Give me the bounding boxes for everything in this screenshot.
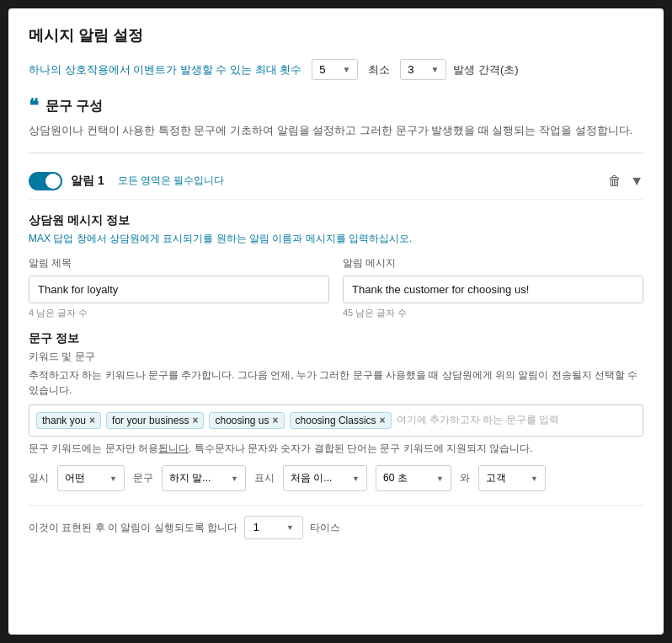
tag-thank-you: thank you ×: [36, 412, 101, 429]
alert-message-label: 알림 메시지: [343, 256, 643, 271]
times-label: 타이스: [310, 521, 340, 535]
page-title: 메시지 알림 설정: [29, 25, 643, 46]
keyword-desc: 추적하고자 하는 키워드나 문구를 추가합니다. 그다음 언제, 누가 그러한 …: [29, 367, 643, 398]
execute-select[interactable]: 1 ▼: [244, 516, 303, 539]
execute-label: 이것이 표현된 후 이 알림이 실행되도록 합니다: [29, 521, 237, 535]
who-select[interactable]: 고객 ▼: [478, 465, 546, 491]
tag-choosing-us-close[interactable]: ×: [273, 415, 279, 426]
max-select[interactable]: 5 ▼: [312, 59, 358, 80]
when-label: 일시: [29, 471, 49, 485]
phrase-section-title: 문구 구성: [45, 98, 103, 115]
seconds-label: 와: [460, 471, 470, 485]
tag-choosing-classics-close[interactable]: ×: [380, 415, 386, 426]
min-label: 최소: [368, 62, 390, 78]
min-select-chevron-icon: ▼: [430, 65, 439, 74]
alert-row: 알림 1 모든 영역은 필수입니다 🗑 ▼: [29, 163, 643, 200]
agent-info-title: 상담원 메시지 정보: [29, 213, 643, 228]
phrase-select[interactable]: 하지 말... ▼: [162, 465, 246, 491]
phrase-select-chevron-icon: ▼: [231, 474, 238, 483]
alert-required-text: 모든 영역은 필수입니다: [118, 174, 225, 188]
display-select-chevron-icon: ▼: [352, 474, 360, 483]
tag-for-your-business-close[interactable]: ×: [192, 415, 198, 426]
agent-info-desc: MAX 답업 창에서 상담원에게 표시되기를 원하는 알림 이름과 메시지를 입…: [29, 232, 643, 246]
tag-thank-you-close[interactable]: ×: [89, 415, 95, 426]
alert-title-input[interactable]: [29, 276, 329, 303]
execute-select-chevron-icon: ▼: [286, 523, 294, 532]
tag-choosing-classics: choosing Classics ×: [290, 412, 392, 429]
expand-icon[interactable]: ▼: [630, 174, 643, 189]
alert-actions: 🗑 ▼: [608, 174, 643, 189]
top-settings-row: 하나의 상호작용에서 이벤트가 발생할 수 있는 최대 횟수 5 ▼ 최소 3 …: [29, 59, 643, 80]
keyword-label: 키워드 및 문구: [29, 350, 643, 364]
interval-label: 발생 간격(초): [453, 62, 518, 78]
conditions-row: 일시 어떤 ▼ 문구 하지 말... ▼ 표시 처음 이... ▼ 60 초 ▼…: [29, 465, 643, 491]
divider-1: [29, 153, 643, 153]
quote-icon: ❝: [29, 97, 39, 115]
alert-toggle[interactable]: [29, 172, 62, 190]
alert-message-input[interactable]: [343, 276, 643, 303]
message-char-count: 45 남은 글자 수: [343, 307, 643, 319]
alert-message-group: 알림 메시지 45 남은 글자 수: [343, 256, 643, 319]
top-settings-label: 하나의 상호작용에서 이벤트가 발생할 수 있는 최대 횟수: [29, 62, 301, 78]
alert-form-row: 알림 제목 4 남은 글자 수 알림 메시지 45 남은 글자 수: [29, 256, 643, 319]
max-select-chevron-icon: ▼: [342, 65, 350, 74]
phrase-note: 문구 키워드에는 문자만 허용됩니다. 특수문자나 문자와 숫자가 결합된 단어…: [29, 442, 643, 456]
tag-placeholder: 여기에 추가하고자 하는 문구를 입력: [397, 413, 636, 427]
alert-left: 알림 1 모든 영역은 필수입니다: [29, 172, 224, 190]
min-select[interactable]: 3 ▼: [400, 59, 446, 80]
display-select[interactable]: 처음 이... ▼: [283, 465, 367, 491]
delete-icon[interactable]: 🗑: [608, 174, 621, 189]
phrase-section-desc: 상담원이나 컨택이 사용한 특정한 문구에 기초하여 알림을 설정하고 그러한 …: [29, 122, 643, 139]
seconds-select-chevron-icon: ▼: [436, 474, 444, 483]
when-select[interactable]: 어떤 ▼: [57, 465, 125, 491]
tag-for-your-business: for your business ×: [106, 412, 204, 429]
seconds-select[interactable]: 60 초 ▼: [376, 465, 451, 491]
tag-choosing-us: choosing us ×: [209, 412, 284, 429]
who-select-chevron-icon: ▼: [531, 474, 538, 483]
alert-title-text: 알림 1: [71, 174, 104, 189]
execute-row: 이것이 표현된 후 이 알림이 실행되도록 합니다 1 ▼ 타이스: [29, 505, 643, 539]
phrase-section-header: ❝ 문구 구성: [29, 97, 643, 115]
display-label: 표시: [254, 471, 275, 485]
when-select-chevron-icon: ▼: [109, 474, 117, 483]
main-container: 메시지 알림 설정 하나의 상호작용에서 이벤트가 발생할 수 있는 최대 횟수…: [8, 8, 664, 635]
title-char-count: 4 남은 글자 수: [29, 307, 329, 319]
phrase-label: 문구: [133, 471, 153, 485]
alert-title-label: 알림 제목: [29, 256, 329, 271]
tags-input-area[interactable]: thank you × for your business × choosing…: [29, 405, 643, 437]
phrase-info-title: 문구 정보: [29, 331, 643, 346]
alert-title-group: 알림 제목 4 남은 글자 수: [29, 256, 329, 319]
